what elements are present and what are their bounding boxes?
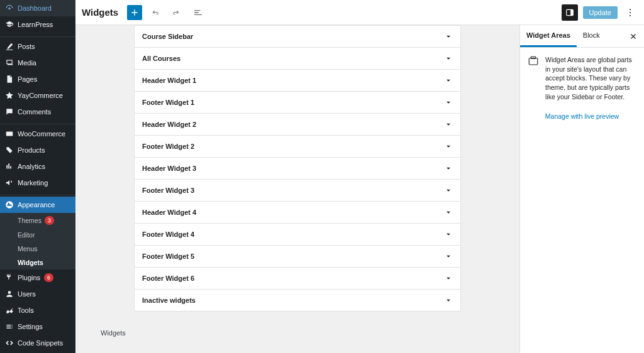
menu-item-posts[interactable]: Posts — [0, 38, 75, 55]
editor-canvas[interactable]: Course SidebarAll CoursesHeader Widget 1… — [75, 25, 519, 353]
products-icon — [5, 146, 14, 155]
widget-area-panel[interactable]: Footer Widget 5 — [135, 246, 460, 268]
menu-item-comments[interactable]: Comments — [0, 104, 75, 120]
undo-icon — [150, 8, 160, 18]
list-icon — [193, 8, 203, 18]
menu-label: Comments — [18, 108, 51, 116]
appearance-submenu: Themes3EditorMenusWidgets — [0, 213, 75, 269]
menu-item-media[interactable]: Media — [0, 55, 75, 71]
menu-label: Analytics — [18, 163, 45, 170]
admin-sidebar: DashboardLearnPressPostsMediaPagesYayCom… — [0, 0, 75, 353]
chevron-down-icon — [444, 186, 453, 195]
chevron-down-icon — [444, 98, 453, 107]
chevron-down-icon — [444, 208, 453, 217]
main-area: Widgets Update Course S — [75, 0, 644, 353]
widget-area-panel[interactable]: All Courses — [135, 48, 460, 70]
svg-rect-0 — [6, 132, 13, 136]
redo-button[interactable] — [169, 4, 185, 21]
menu-label: LearnPress — [18, 21, 53, 28]
list-view-button[interactable] — [190, 4, 206, 21]
menu-item-pages[interactable]: Pages — [0, 71, 75, 87]
menu-label: Dashboard — [18, 4, 52, 12]
widget-area-panel[interactable]: Inactive widgets — [135, 290, 460, 311]
widget-area-panel[interactable]: Footer Widget 1 — [135, 92, 460, 114]
media-icon — [5, 58, 14, 67]
widget-area-title: Footer Widget 3 — [142, 187, 194, 194]
close-icon — [629, 32, 638, 41]
menu-item-woocommerce[interactable]: WooCommerce — [0, 126, 75, 142]
submenu-item-menus[interactable]: Menus — [0, 242, 75, 256]
submenu-label: Menus — [18, 245, 38, 253]
svg-point-5 — [630, 14, 631, 16]
menu-label: Appearance — [18, 201, 55, 209]
menu-label: Tools — [18, 307, 34, 314]
widget-area-title: Footer Widget 4 — [142, 231, 194, 238]
menu-item-users[interactable]: Users — [0, 286, 75, 302]
plus-icon — [130, 8, 140, 18]
menu-item-products[interactable]: Products — [0, 142, 75, 158]
submenu-item-editor[interactable]: Editor — [0, 228, 75, 242]
menu-label: Marketing — [18, 179, 48, 187]
woo-icon — [5, 129, 14, 138]
widget-area-panel[interactable]: Footer Widget 2 — [135, 136, 460, 158]
chevron-down-icon — [444, 296, 453, 305]
settings-toggle-button[interactable] — [562, 4, 578, 21]
menu-item-yaycommerce[interactable]: YayCommerce — [0, 87, 75, 104]
menu-separator — [0, 34, 75, 37]
widget-area-title: Footer Widget 5 — [142, 253, 194, 260]
widget-area-panel[interactable]: Footer Widget 6 — [135, 268, 460, 290]
chevron-down-icon — [444, 230, 453, 239]
menu-label: Code Snippets — [18, 339, 63, 347]
widget-area-panel[interactable]: Header Widget 2 — [135, 114, 460, 136]
submenu-label: Widgets — [18, 259, 43, 266]
svg-point-3 — [630, 9, 631, 10]
more-options-button[interactable] — [623, 5, 638, 20]
menu-item-appearance[interactable]: Appearance — [0, 197, 75, 213]
settings-icon — [5, 322, 14, 331]
menu-item-plugins[interactable]: Plugins6 — [0, 269, 75, 286]
menu-label: Settings — [18, 323, 43, 330]
widget-area-panel[interactable]: Course Sidebar — [135, 26, 460, 48]
menu-separator — [0, 121, 75, 124]
inspector-tabs: Widget Areas Block — [520, 25, 644, 48]
tab-block[interactable]: Block — [577, 25, 606, 47]
tools-icon — [5, 306, 14, 315]
widget-areas-icon — [528, 55, 539, 67]
widget-area-title: Header Widget 1 — [142, 77, 196, 84]
footer-breadcrumb[interactable]: Widgets — [101, 324, 494, 343]
add-block-button[interactable] — [127, 5, 142, 20]
close-inspector-button[interactable] — [623, 27, 644, 46]
tab-widget-areas[interactable]: Widget Areas — [520, 25, 577, 47]
chevron-down-icon — [444, 76, 453, 85]
manage-live-preview-link[interactable]: Manage with live preview — [520, 109, 644, 128]
widget-area-panel[interactable]: Footer Widget 3 — [135, 180, 460, 202]
widget-area-title: Footer Widget 2 — [142, 143, 194, 150]
widget-area-panel[interactable]: Header Widget 3 — [135, 158, 460, 180]
update-button[interactable]: Update — [583, 6, 618, 19]
menu-item-dashboard[interactable]: Dashboard — [0, 0, 75, 16]
users-icon — [5, 290, 14, 298]
plugins-icon — [5, 273, 14, 282]
menu-item-settings[interactable]: Settings — [0, 318, 75, 335]
widget-area-panel[interactable]: Header Widget 1 — [135, 70, 460, 92]
count-badge: 6 — [44, 273, 53, 282]
menu-item-marketing[interactable]: Marketing — [0, 175, 75, 191]
count-badge: 3 — [45, 216, 54, 225]
submenu-item-widgets[interactable]: Widgets — [0, 256, 75, 269]
widget-area-panel[interactable]: Header Widget 4 — [135, 202, 460, 224]
menu-item-learnpress[interactable]: LearnPress — [0, 16, 75, 33]
chevron-down-icon — [444, 274, 453, 283]
menu-label: Products — [18, 146, 45, 154]
submenu-item-themes[interactable]: Themes3 — [0, 213, 75, 228]
chevron-down-icon — [444, 142, 453, 151]
menu-item-analytics[interactable]: Analytics — [0, 158, 75, 175]
submenu-label: Editor — [18, 231, 35, 239]
menu-item-code-snippets[interactable]: Code Snippets — [0, 335, 75, 351]
dashboard-icon — [5, 4, 14, 13]
undo-button[interactable] — [147, 4, 164, 21]
marketing-icon — [5, 178, 14, 187]
chevron-down-icon — [444, 54, 453, 63]
widget-area-panel[interactable]: Footer Widget 4 — [135, 224, 460, 246]
chevron-down-icon — [444, 120, 453, 129]
menu-item-tools[interactable]: Tools — [0, 302, 75, 318]
